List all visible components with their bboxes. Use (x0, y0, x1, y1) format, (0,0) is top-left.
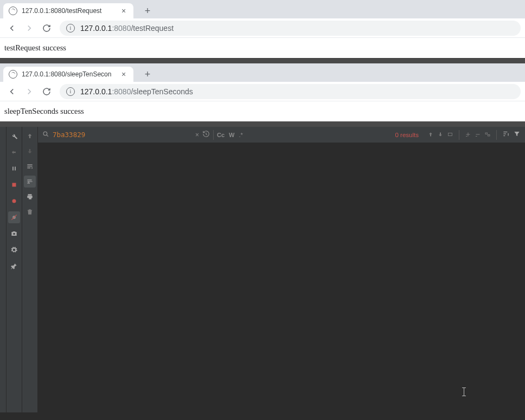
tab-title: 127.0.0.1:8080/testRequest (22, 7, 115, 15)
find-options: Cc W .* (217, 132, 243, 138)
reload-button[interactable] (39, 84, 54, 99)
find-input-wrap: × (53, 131, 199, 139)
soft-wrap-icon[interactable] (24, 176, 36, 188)
tab-strip: 127.0.0.1:8080/testRequest × + (0, 0, 525, 18)
svg-rect-12 (476, 136, 477, 137)
address-row: i 127.0.0.1:8080/testRequest (0, 18, 525, 38)
text-cursor (464, 387, 464, 396)
pin-icon[interactable] (8, 260, 20, 272)
add-selection-icon[interactable] (465, 130, 471, 140)
separator (459, 130, 459, 140)
svg-rect-13 (485, 133, 488, 134)
reload-button[interactable] (39, 21, 54, 36)
remove-selection-icon[interactable] (475, 130, 481, 140)
svg-rect-15 (503, 131, 507, 132)
print-icon[interactable] (24, 191, 36, 203)
globe-icon (9, 70, 17, 79)
forward-button[interactable] (22, 84, 37, 99)
svg-point-6 (13, 233, 15, 235)
svg-line-5 (11, 215, 16, 219)
browser-tab[interactable]: 127.0.0.1:8080/testRequest × (3, 3, 133, 18)
svg-rect-1 (15, 167, 16, 171)
info-icon[interactable]: i (66, 24, 75, 33)
console-main: × Cc W .* 0 results (38, 127, 525, 412)
breakpoint-icon[interactable] (8, 195, 20, 207)
svg-rect-11 (476, 134, 480, 134)
gap (0, 59, 525, 63)
scroll-icon[interactable] (24, 160, 36, 172)
mute-breakpoints-icon[interactable] (8, 211, 20, 223)
prev-match-icon[interactable] (427, 130, 434, 140)
select-all-icon[interactable] (447, 130, 453, 140)
find-input[interactable] (53, 131, 192, 139)
browser-tab[interactable]: 127.0.0.1:8080/sleepTenSecon × (3, 67, 133, 82)
down-arrow-icon[interactable] (24, 145, 36, 157)
find-results: 0 results (395, 132, 419, 138)
svg-point-7 (43, 132, 47, 135)
address-row: i 127.0.0.1:8080/sleepTenSeconds (0, 82, 525, 101)
new-tab-button[interactable]: + (140, 67, 155, 82)
svg-rect-10 (466, 136, 468, 137)
filter-icon[interactable] (513, 130, 521, 140)
clear-icon[interactable]: × (195, 131, 199, 139)
select-occurrences-icon[interactable] (484, 130, 491, 140)
trash-icon[interactable] (24, 206, 36, 218)
svg-rect-16 (503, 133, 506, 134)
page-body: sleepTenSeconds success (0, 101, 525, 121)
page-body: testRequest success (0, 38, 525, 58)
svg-rect-2 (12, 183, 16, 187)
close-icon[interactable]: × (119, 7, 128, 15)
next-match-icon[interactable] (437, 130, 444, 140)
match-case-toggle[interactable]: Cc (217, 132, 225, 138)
svg-rect-0 (12, 167, 14, 171)
words-toggle[interactable]: W (229, 132, 234, 138)
separator (496, 130, 497, 140)
filter-settings-icon[interactable] (502, 130, 510, 140)
svg-line-8 (47, 135, 48, 137)
history-icon[interactable] (202, 130, 210, 140)
address-bar[interactable]: i 127.0.0.1:8080/testRequest (60, 21, 521, 36)
url-text: 127.0.0.1:8080/testRequest (80, 24, 174, 33)
svg-point-3 (12, 199, 16, 203)
new-tab-button[interactable]: + (140, 3, 155, 18)
browser-window-1: 127.0.0.1:8080/testRequest × + i 127.0.0… (0, 0, 525, 58)
svg-rect-17 (503, 135, 505, 135)
separator (213, 130, 214, 140)
back-button[interactable] (4, 21, 20, 36)
camera-icon[interactable] (8, 228, 20, 240)
tab-title: 127.0.0.1:8080/sleepTenSecon (22, 70, 115, 78)
svg-rect-18 (508, 133, 509, 135)
find-nav (427, 130, 521, 140)
tab-strip: 127.0.0.1:8080/sleepTenSecon × + (0, 63, 525, 82)
forward-button[interactable] (22, 21, 37, 36)
address-bar[interactable]: i 127.0.0.1:8080/sleepTenSeconds (60, 84, 521, 99)
wrench-icon[interactable] (8, 130, 20, 142)
svg-rect-9 (449, 133, 452, 135)
gap (0, 121, 525, 127)
console-output[interactable] (38, 143, 525, 412)
left-rail: Structure (0, 127, 7, 412)
regex-toggle[interactable]: .* (239, 132, 242, 138)
info-icon[interactable]: i (66, 87, 75, 96)
tool-column (7, 127, 22, 412)
gear-icon[interactable] (8, 244, 20, 256)
exec-column (22, 127, 38, 412)
back-button[interactable] (4, 84, 20, 99)
stop-icon[interactable] (8, 179, 20, 191)
pause-icon[interactable] (8, 163, 20, 175)
browser-window-2: 127.0.0.1:8080/sleepTenSecon × + i 127.0… (0, 63, 525, 121)
search-icon (42, 131, 49, 139)
url-text: 127.0.0.1:8080/sleepTenSeconds (80, 87, 193, 96)
globe-icon (9, 7, 17, 15)
svg-rect-14 (488, 134, 490, 136)
find-bar: × Cc W .* 0 results (38, 127, 525, 143)
ide-panel: Structure (0, 127, 525, 412)
up-arrow-icon[interactable] (24, 130, 36, 142)
step-over-icon[interactable] (8, 146, 20, 158)
close-icon[interactable]: × (119, 70, 128, 79)
